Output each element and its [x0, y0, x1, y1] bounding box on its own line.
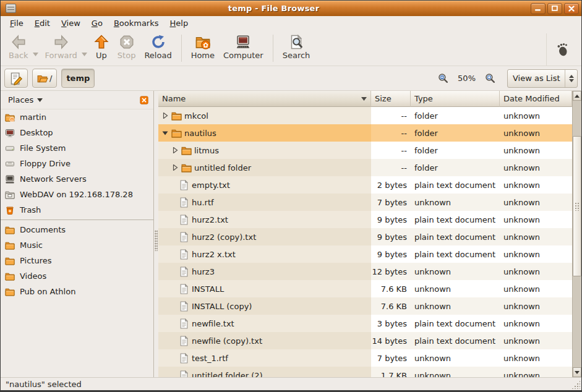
sidebar-item-label: Music — [20, 241, 43, 250]
toolbar: BackForwardUpStopReloadHomeComputerSearc… — [1, 30, 581, 66]
table-row[interactable]: newfile (copy).txt14 bytesplain text doc… — [158, 332, 572, 349]
menu-view[interactable]: View — [56, 17, 86, 29]
sidebar-item-floppy-drive[interactable]: Floppy Drive — [1, 156, 153, 171]
table-row[interactable]: untitled folder (2)1.7 KBunknownunknown — [158, 367, 572, 377]
file-size: 7 bytes — [371, 194, 411, 211]
sidebar-item-videos[interactable]: Videos — [1, 268, 153, 284]
file-name: INSTALL — [192, 284, 224, 294]
file-type: plain text document — [411, 211, 500, 228]
pane-resize-handle[interactable] — [154, 91, 158, 377]
sidebar-item-pictures[interactable]: Pictures — [1, 253, 153, 268]
menu-bookmarks[interactable]: Bookmarks — [108, 17, 165, 29]
column-header-size[interactable]: Size — [371, 91, 411, 107]
vertical-scrollbar[interactable] — [572, 91, 581, 377]
file-type: folder — [411, 159, 500, 176]
menu-edit[interactable]: Edit — [29, 17, 56, 29]
zoom-in-icon[interactable] — [485, 73, 495, 83]
titlebar[interactable]: temp - File Browser — [1, 1, 581, 16]
sidebar-item-trash[interactable]: Trash — [1, 202, 153, 218]
minimize-button[interactable] — [531, 3, 546, 14]
forward-history-dropdown[interactable] — [82, 49, 87, 58]
resize-grip[interactable] — [571, 380, 580, 389]
table-row[interactable]: hurz312 bytesunknownunknown — [158, 263, 572, 280]
file-name: untitled folder — [194, 163, 251, 173]
sidebar-separator — [1, 219, 153, 220]
folder-icon — [5, 271, 15, 281]
menu-go[interactable]: Go — [86, 17, 108, 29]
view-mode-select[interactable]: View as List — [507, 69, 578, 88]
search-icon — [289, 35, 304, 49]
sidebar-item-webdav-on-192-168-178-28[interactable]: WebDAV on 192.168.178.28 — [1, 187, 153, 202]
file-name: hurz2.txt — [192, 215, 228, 224]
file-icon — [179, 197, 189, 208]
back-button[interactable]: Back — [4, 33, 33, 61]
file-type: unknown — [411, 367, 500, 377]
table-row[interactable]: INSTALL (copy)7.6 KBunknownunknown — [158, 297, 572, 315]
up-button[interactable]: Up — [90, 33, 113, 61]
scrollbar-thumb[interactable] — [573, 136, 581, 276]
places-list: martinDesktopFile SystemFloppy DriveNetw… — [1, 109, 153, 299]
expand-expander-icon[interactable] — [171, 164, 179, 171]
file-date-modified: unknown — [500, 142, 572, 159]
reload-button[interactable]: Reload — [140, 33, 176, 61]
menu-help[interactable]: Help — [165, 17, 194, 29]
file-date-modified: unknown — [500, 124, 572, 142]
status-text: "nautilus" selected — [6, 380, 82, 389]
collapse-expander-icon[interactable] — [161, 130, 169, 136]
sidebar-item-music[interactable]: Music — [1, 237, 153, 253]
table-row[interactable]: newfile.txt3 bytesplain text documentunk… — [158, 315, 572, 332]
trash-icon — [5, 205, 15, 215]
expand-expander-icon[interactable] — [161, 113, 169, 119]
statusbar: "nautilus" selected — [1, 377, 581, 390]
table-row[interactable]: hurz2.txt9 bytesplain text documentunkno… — [158, 211, 572, 228]
sidebar-item-martin[interactable]: martin — [1, 109, 153, 125]
column-header-type[interactable]: Type — [411, 91, 500, 107]
file-icon — [179, 249, 189, 260]
close-button[interactable] — [564, 3, 579, 14]
scroll-up-button[interactable] — [573, 91, 581, 101]
places-sidebar: Places martinDesktopFile SystemFloppy Dr… — [1, 91, 154, 377]
file-size: -- — [371, 142, 411, 159]
sidebar-item-file-system[interactable]: File System — [1, 140, 153, 156]
file-icon — [179, 370, 189, 378]
table-row[interactable]: empty.txt2 bytesplain text documentunkno… — [158, 176, 572, 194]
zoom-out-icon[interactable] — [438, 73, 448, 83]
stop-button[interactable]: Stop — [113, 33, 140, 61]
table-row[interactable]: hurz2 (copy).txt9 bytesplain text docume… — [158, 228, 572, 245]
path-button-temp[interactable]: temp — [61, 69, 95, 88]
file-rows: mkcol--folderunknownnautilus--folderunkn… — [158, 107, 572, 377]
toolbar-button-label: Up — [96, 51, 107, 60]
search-button[interactable]: Search — [278, 33, 315, 61]
maximize-button[interactable] — [547, 3, 562, 14]
table-row[interactable]: untitled folder--folderunknown — [158, 159, 572, 176]
file-date-modified: unknown — [500, 194, 572, 211]
table-row[interactable]: nautilus--folderunknown — [158, 124, 572, 142]
computer-button[interactable]: Computer — [219, 33, 268, 61]
sidebar-item-network-servers[interactable]: Network Servers — [1, 171, 153, 187]
table-row[interactable]: mkcol--folderunknown — [158, 107, 572, 124]
toggle-location-entry-button[interactable] — [4, 69, 28, 88]
table-row[interactable]: hurz2 x.txt9 bytesplain text documentunk… — [158, 245, 572, 263]
window-title: temp - File Browser — [19, 4, 529, 13]
table-row[interactable]: test_1.rtf7 bytesunknownunknown — [158, 349, 572, 367]
root-path-button[interactable]: / — [32, 69, 57, 88]
column-header-date-modified[interactable]: Date Modified — [500, 91, 572, 107]
scroll-down-button[interactable] — [573, 367, 581, 377]
view-mode-stepper[interactable] — [565, 70, 577, 87]
expand-expander-icon[interactable] — [171, 147, 179, 153]
home-button[interactable]: Home — [187, 33, 219, 61]
sidebar-item-desktop[interactable]: Desktop — [1, 125, 153, 140]
file-size: 12 bytes — [371, 263, 411, 280]
forward-button[interactable]: Forward — [41, 33, 82, 61]
back-history-dropdown[interactable] — [33, 49, 38, 58]
table-row[interactable]: INSTALL7.6 KBunknownunknown — [158, 280, 572, 297]
table-row[interactable]: litmus--folderunknown — [158, 142, 572, 159]
sidebar-item-pub-on-athlon[interactable]: Pub on Athlon — [1, 284, 153, 299]
menu-file[interactable]: File — [4, 17, 29, 29]
file-icon — [179, 336, 189, 346]
places-selector[interactable]: Places — [6, 94, 45, 106]
table-row[interactable]: hu.rtf7 bytesunknownunknown — [158, 194, 572, 211]
sidebar-item-documents[interactable]: Documents — [1, 222, 153, 237]
close-sidebar-button[interactable] — [140, 96, 148, 104]
column-header-name[interactable]: Name — [158, 91, 371, 107]
